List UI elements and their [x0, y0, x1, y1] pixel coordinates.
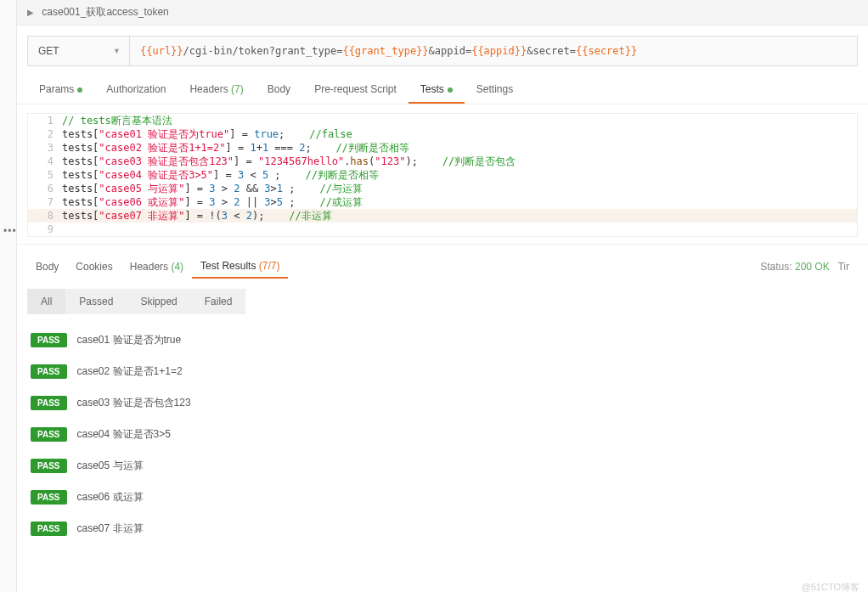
status-badge: PASS: [31, 396, 67, 410]
tab-tests[interactable]: Tests: [409, 76, 465, 104]
test-result-row[interactable]: PASScase03 验证是否包含123: [27, 387, 858, 419]
resp-tab-body[interactable]: Body: [27, 256, 67, 278]
test-result-row[interactable]: PASScase01 验证是否为true: [27, 324, 858, 356]
filter-passed[interactable]: Passed: [65, 289, 127, 314]
status-badge: PASS: [31, 522, 67, 536]
code-line: 4tests["case03 验证是否包含123"] = "1234567hel…: [28, 155, 857, 168]
code-editor[interactable]: 1// tests断言基本语法2tests["case01 验证是否为true"…: [27, 113, 858, 237]
line-number: 3: [28, 141, 62, 155]
test-name: case06 或运算: [77, 490, 144, 505]
code-content: tests["case04 验证是否3>5"] = 3 < 5 ; //判断是否…: [62, 168, 857, 182]
test-name: case03 验证是否包含123: [77, 396, 191, 410]
code-line: 9: [28, 223, 857, 236]
url-text: /cgi-bin/token?grant_type=: [183, 45, 343, 57]
url-var-grant-type: {{grant_type}}: [342, 45, 428, 57]
dot-icon: [448, 87, 453, 93]
test-name: case05 与运算: [77, 459, 144, 473]
test-name: case01 验证是否为true: [77, 333, 182, 347]
url-text: &secret=: [527, 45, 576, 57]
line-number: 1: [28, 114, 62, 127]
code-line: 3tests["case02 验证是否1+1=2"] = 1+1 === 2; …: [28, 141, 857, 155]
status-badge: PASS: [31, 333, 67, 347]
test-result-row[interactable]: PASScase04 验证是否3>5: [27, 419, 858, 450]
dot-icon: [77, 87, 82, 93]
code-content: tests["case03 验证是否包含123"] = "1234567hell…: [62, 155, 857, 168]
status-badge: PASS: [31, 459, 67, 473]
line-number: 5: [28, 168, 62, 182]
request-title: case001_获取access_token: [42, 6, 168, 18]
code-line: 7tests["case06 或运算"] = 3 > 2 || 3>5 ; //…: [28, 195, 857, 209]
ellipsis-icon: •••: [3, 225, 17, 237]
status-badge: PASS: [31, 364, 67, 379]
tab-prerequest[interactable]: Pre-request Script: [302, 76, 409, 104]
caret-right-icon: ▶: [27, 8, 34, 17]
url-input[interactable]: {{url}}/cgi-bin/token?grant_type={{grant…: [130, 37, 857, 65]
line-number: 8: [28, 209, 62, 223]
code-content: tests["case06 或运算"] = 3 > 2 || 3>5 ; //或…: [62, 195, 857, 209]
status-badge: PASS: [31, 427, 67, 442]
line-number: 4: [28, 155, 62, 168]
filter-all[interactable]: All: [27, 289, 65, 314]
line-number: 6: [28, 182, 62, 195]
code-content: tests["case02 验证是否1+1=2"] = 1+1 === 2; /…: [62, 141, 857, 155]
tab-headers[interactable]: Headers (7): [178, 76, 255, 104]
tab-authorization[interactable]: Authorization: [94, 76, 178, 104]
resp-tab-test-results[interactable]: Test Results (7/7): [192, 255, 288, 279]
test-result-row[interactable]: PASScase02 验证是否1+1=2: [27, 356, 858, 387]
response-status: Status: 200 OK Tir: [752, 256, 858, 278]
chevron-down-icon: ▼: [113, 47, 121, 55]
url-var-secret: {{secret}}: [576, 45, 637, 57]
test-name: case04 验证是否3>5: [77, 427, 171, 442]
code-line: 6tests["case05 与运算"] = 3 > 2 && 3>1 ; //…: [28, 182, 857, 195]
tab-settings[interactable]: Settings: [465, 76, 525, 104]
test-result-row[interactable]: PASScase06 或运算: [27, 482, 858, 513]
code-content: tests["case05 与运算"] = 3 > 2 && 3>1 ; //与…: [62, 182, 857, 195]
code-content: tests["case07 非运算"] = !(3 < 2); //非运算: [62, 209, 857, 223]
test-result-row[interactable]: PASScase05 与运算: [27, 450, 858, 482]
code-content: // tests断言基本语法: [62, 114, 857, 127]
url-var-url: {{url}}: [140, 45, 183, 57]
filter-failed[interactable]: Failed: [191, 289, 246, 314]
tab-body[interactable]: Body: [256, 76, 302, 104]
status-badge: PASS: [31, 490, 67, 505]
url-var-appid: {{appid}}: [471, 45, 527, 57]
line-number: 9: [28, 223, 62, 236]
test-name: case02 验证是否1+1=2: [77, 364, 183, 379]
resp-tab-headers[interactable]: Headers (4): [121, 256, 192, 278]
line-number: 2: [28, 127, 62, 141]
filter-skipped[interactable]: Skipped: [127, 289, 190, 314]
resp-tab-cookies[interactable]: Cookies: [67, 256, 121, 278]
code-content: [62, 223, 857, 236]
tab-params[interactable]: Params: [27, 76, 94, 104]
method-label: GET: [38, 45, 59, 57]
line-number: 7: [28, 195, 62, 209]
result-filters: All Passed Skipped Failed: [27, 289, 858, 314]
left-sidebar-strip: •••: [0, 0, 17, 555]
code-line: 8tests["case07 非运算"] = !(3 < 2); //非运算: [28, 209, 857, 223]
url-text: &appid=: [429, 45, 472, 57]
url-bar: GET ▼ {{url}}/cgi-bin/token?grant_type={…: [27, 36, 858, 66]
test-results-list: PASScase01 验证是否为truePASScase02 验证是否1+1=2…: [17, 324, 868, 555]
code-line: 2tests["case01 验证是否为true"] = true; //fal…: [28, 127, 857, 141]
method-dropdown[interactable]: GET ▼: [28, 37, 130, 65]
code-content: tests["case01 验证是否为true"] = true; //fals…: [62, 127, 857, 141]
test-name: case07 非运算: [77, 522, 144, 536]
test-result-row[interactable]: PASScase07 非运算: [27, 513, 858, 544]
code-line: 1// tests断言基本语法: [28, 114, 857, 127]
code-line: 5tests["case04 验证是否3>5"] = 3 < 5 ; //判断是…: [28, 168, 857, 182]
request-tab-header[interactable]: ▶ case001_获取access_token: [17, 0, 868, 25]
response-tabs: Body Cookies Headers (4) Test Results (7…: [17, 244, 868, 279]
request-tabs: Params Authorization Headers (7) Body Pr…: [17, 76, 868, 104]
